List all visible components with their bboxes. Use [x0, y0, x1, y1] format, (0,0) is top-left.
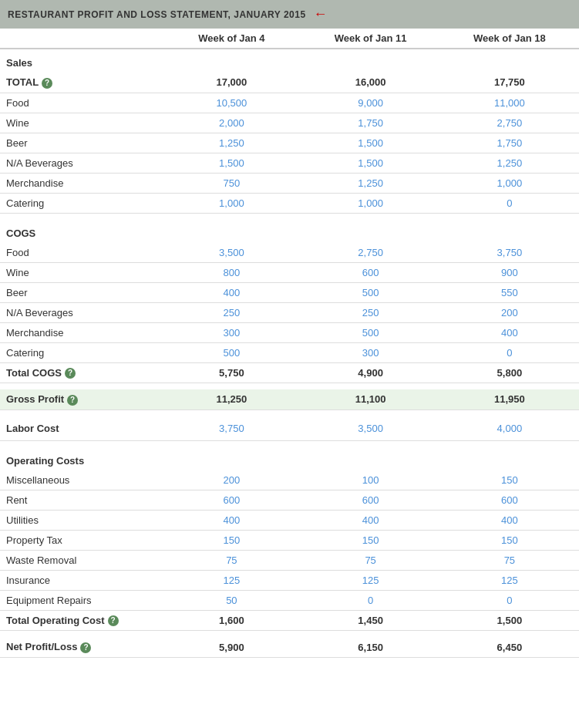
- section-header-label: COGS: [0, 220, 579, 243]
- row-label: Merchandise: [0, 322, 162, 342]
- row-week2: 2,750: [301, 243, 440, 263]
- row-label: N/A Beverages: [0, 153, 162, 173]
- row-week3: 900: [440, 262, 579, 282]
- data-row: Merchandise 300 500 400: [0, 322, 579, 342]
- row-label: Property Tax: [0, 530, 162, 550]
- row-week2: 16,000: [301, 72, 440, 93]
- row-week3: 6,450: [440, 637, 579, 657]
- row-label: Utilities: [0, 510, 162, 530]
- row-week1: 300: [162, 322, 301, 342]
- row-week3: 200: [440, 302, 579, 322]
- col-header-week1: Week of Jan 4: [162, 29, 301, 49]
- row-label: Food: [0, 93, 162, 113]
- empty-row: [0, 383, 579, 390]
- row-week3: 150: [440, 470, 579, 490]
- arrow-icon: ←: [314, 6, 328, 22]
- row-week3: 11,950: [440, 389, 579, 410]
- row-label: Insurance: [0, 570, 162, 590]
- header-title: RESTAURANT PROFIT AND LOSS STATEMENT, JA…: [8, 9, 306, 20]
- row-week3: 550: [440, 282, 579, 302]
- data-row: Merchandise 750 1,250 1,000: [0, 173, 579, 193]
- row-week2: 1,500: [301, 153, 440, 173]
- row-week1: 1,500: [162, 153, 301, 173]
- row-week2: 400: [301, 510, 440, 530]
- header-bar: RESTAURANT PROFIT AND LOSS STATEMENT, JA…: [0, 0, 579, 29]
- row-week1: 10,500: [162, 93, 301, 113]
- row-week3: 400: [440, 510, 579, 530]
- row-week1: 1,600: [162, 610, 301, 631]
- row-label: TOTAL?: [0, 72, 162, 93]
- info-icon[interactable]: ?: [42, 78, 52, 89]
- row-week1: 750: [162, 173, 301, 193]
- row-label: Gross Profit?: [0, 389, 162, 410]
- total-row: TOTAL? 17,000 16,000 17,750: [0, 72, 579, 93]
- data-row: Catering 1,000 1,000 0: [0, 193, 579, 213]
- row-week3: 600: [440, 490, 579, 510]
- empty-row: [0, 213, 579, 220]
- col-header-week2: Week of Jan 11: [301, 29, 440, 49]
- row-week1: 75: [162, 550, 301, 570]
- data-row: N/A Beverages 250 250 200: [0, 302, 579, 322]
- row-week2: 600: [301, 262, 440, 282]
- data-row: Beer 1,250 1,500 1,750: [0, 133, 579, 153]
- row-week3: 1,250: [440, 153, 579, 173]
- row-week1: 50: [162, 590, 301, 610]
- row-week3: 1,000: [440, 173, 579, 193]
- row-week3: 3,750: [440, 243, 579, 263]
- info-icon[interactable]: ?: [80, 642, 91, 653]
- info-icon[interactable]: ?: [67, 395, 78, 406]
- data-row: Wine 800 600 900: [0, 262, 579, 282]
- row-week2: 1,500: [301, 133, 440, 153]
- row-week2: 500: [301, 282, 440, 302]
- row-week2: 125: [301, 570, 440, 590]
- row-week2: 1,450: [301, 610, 440, 631]
- row-week2: 9,000: [301, 93, 440, 113]
- empty-row: [0, 410, 579, 416]
- row-week2: 150: [301, 530, 440, 550]
- row-week3: 125: [440, 570, 579, 590]
- row-label: Wine: [0, 113, 162, 133]
- col-header-label: [0, 29, 162, 49]
- row-label: Food: [0, 243, 162, 263]
- row-week1: 5,750: [162, 362, 301, 383]
- row-week3: 17,750: [440, 72, 579, 93]
- data-row: Waste Removal 75 75 75: [0, 550, 579, 570]
- row-label: Catering: [0, 342, 162, 362]
- row-week2: 1,250: [301, 173, 440, 193]
- info-icon[interactable]: ?: [65, 368, 76, 379]
- section-header-row: Operating Costs: [0, 447, 579, 470]
- row-week2: 250: [301, 302, 440, 322]
- row-week1: 200: [162, 470, 301, 490]
- row-week2: 11,100: [301, 389, 440, 410]
- data-row: Catering 500 300 0: [0, 342, 579, 362]
- col-header-week3: Week of Jan 18: [440, 29, 579, 49]
- row-week1: 11,250: [162, 389, 301, 410]
- data-row: N/A Beverages 1,500 1,500 1,250: [0, 153, 579, 173]
- row-label: Net Profit/Loss?: [0, 637, 162, 657]
- row-week1: 800: [162, 262, 301, 282]
- data-row: Food 3,500 2,750 3,750: [0, 243, 579, 263]
- row-label: N/A Beverages: [0, 302, 162, 322]
- data-row: Wine 2,000 1,750 2,750: [0, 113, 579, 133]
- row-label: Labor Cost: [0, 416, 162, 441]
- row-week1: 3,500: [162, 243, 301, 263]
- row-week1: 17,000: [162, 72, 301, 93]
- row-week1: 5,900: [162, 637, 301, 657]
- row-week3: 4,000: [440, 416, 579, 441]
- row-week2: 600: [301, 490, 440, 510]
- row-label: Beer: [0, 282, 162, 302]
- data-row: Equipment Repairs 50 0 0: [0, 590, 579, 610]
- net-profit-row: Net Profit/Loss? 5,900 6,150 6,450: [0, 637, 579, 657]
- pnl-table: Week of Jan 4 Week of Jan 11 Week of Jan…: [0, 29, 579, 658]
- row-week2: 3,500: [301, 416, 440, 441]
- row-week3: 1,500: [440, 610, 579, 631]
- row-label: Catering: [0, 193, 162, 213]
- row-label: Merchandise: [0, 173, 162, 193]
- info-icon[interactable]: ?: [108, 615, 119, 626]
- row-week3: 75: [440, 550, 579, 570]
- row-label: Rent: [0, 490, 162, 510]
- section-header-row: COGS: [0, 220, 579, 243]
- row-label: Beer: [0, 133, 162, 153]
- row-week3: 5,800: [440, 362, 579, 383]
- row-label: Total Operating Cost?: [0, 610, 162, 631]
